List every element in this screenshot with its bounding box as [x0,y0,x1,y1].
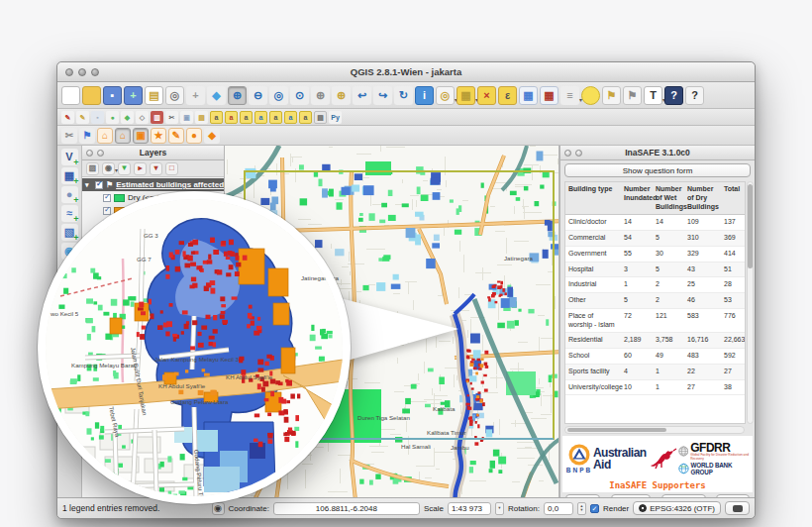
inasafe-minimum-needs-icon[interactable]: ● [186,128,202,144]
map-tips-icon[interactable] [581,86,600,105]
scissors-tool-icon[interactable]: ✂ [61,128,77,144]
bnpb-logo-icon [568,444,590,466]
scale-dropdown[interactable]: ▾ [495,502,504,515]
open-attribute-table-icon[interactable]: ▦ [519,86,538,105]
pan-map-icon[interactable]: + [186,86,205,105]
inasafe-toggle-dock-icon[interactable]: ⌂ [97,128,113,144]
paste-features-icon[interactable]: ▤ [195,111,208,124]
zoom-out-icon[interactable]: ⊖ [249,86,267,105]
messages-button[interactable] [725,501,750,515]
add-spatialite-layer-icon[interactable]: ≈+ [61,205,78,222]
window-titlebar[interactable]: QGIS 2.8.1-Wien - jakarta [57,62,755,82]
table-cell: 60 [621,349,653,364]
pin-labels-icon[interactable]: a [225,111,238,124]
scrollbar-thumb[interactable] [567,428,666,432]
layer-group-row[interactable]: ▾ ⚑ Estimated buildings affected [82,178,224,191]
table-horizontal-scrollbar[interactable] [564,426,745,434]
zoom-native-icon[interactable]: ◎ [269,86,288,105]
crs-status-button[interactable]: EPSG:4326 (OTF) [633,501,721,515]
zoom-to-selection-icon[interactable]: ⊕ [311,86,330,105]
rotation-stepper[interactable]: ▴▾ [577,502,586,515]
copy-features-glyph: ▣ [183,114,190,121]
python-console-icon[interactable]: Py [329,111,342,124]
highlight-labels-icon[interactable]: a [240,111,253,124]
pan-to-selection-icon[interactable]: ◆ [207,86,226,105]
road-graph-icon[interactable]: ⚑ [79,128,95,144]
deselect-features-icon[interactable]: × [477,86,496,105]
add-feature-icon[interactable]: ● [106,111,119,124]
text-annotation-icon[interactable]: T▾ [644,86,662,105]
add-mssql-layer-icon[interactable]: ▧+ [61,224,78,241]
inasafe-impact-function-wizard-icon[interactable]: ★ [151,128,166,144]
coordinate-input[interactable]: 106.8811,-6.2048 [273,502,420,515]
cut-features-icon[interactable]: ✂ [165,111,178,124]
add-raster-layer-icon[interactable]: ▦+ [61,167,78,184]
collapse-arrow-icon[interactable]: ▾ [85,181,92,189]
filter-legend-icon[interactable]: ▼ [118,162,131,175]
measure-icon[interactable]: ≡▾ [560,86,579,105]
render-checkbox[interactable]: ✓ [590,504,599,513]
zoom-next-icon[interactable]: ↪ [373,86,392,105]
legend-class-checkbox[interactable] [103,194,111,202]
csw-metasearch-icon[interactable]: ▤ [314,111,327,124]
delete-selected-icon[interactable]: ▥ [151,111,163,124]
toggle-editing-icon[interactable]: ✎ [76,111,89,124]
scrollbar-thumb[interactable] [748,184,753,268]
layer-group-checkbox[interactable] [95,181,103,189]
new-project-icon[interactable] [61,86,80,105]
move-label-icon[interactable]: a [254,111,267,124]
zoom-to-layer-icon[interactable]: ⊕ [332,86,351,105]
open-layer-styling-icon[interactable]: ▨ [86,162,99,175]
show-hide-labels-icon[interactable]: a [299,111,312,124]
table-row: School6049483592 [565,349,745,365]
show-bookmarks-icon[interactable]: ⚑ [623,86,642,105]
save-project-icon[interactable]: ▪ [103,86,122,105]
table-cell: 51 [721,263,745,277]
open-project-icon[interactable] [82,86,101,105]
table-cell: 38 [721,380,745,395]
inasafe-options-icon[interactable]: ✎ [168,128,184,144]
zoom-full-icon[interactable]: ⊙ [290,86,309,105]
identify-features-icon[interactable]: i [415,86,434,105]
change-label-properties-icon[interactable]: a [284,111,297,124]
show-question-form-button[interactable]: Show question form [564,163,751,177]
add-postgis-layer-icon[interactable]: ●+ [61,186,78,203]
scale-input[interactable]: 1:43 973 [448,502,491,515]
copy-features-icon[interactable]: ▣ [180,111,193,124]
map-refresh-icon[interactable]: ↻ [394,86,413,105]
layer-group-icon: ⚑ [106,180,113,189]
zoom-last-icon[interactable]: ↩ [353,86,371,105]
layer-labeling-options-icon[interactable]: a [210,111,223,124]
remove-layer-icon[interactable]: □ [165,162,178,175]
help-contents-icon[interactable]: ? [664,86,683,105]
node-tool-icon[interactable]: ◇ [136,111,149,124]
move-feature-icon[interactable]: ◆ [121,111,134,124]
field-calculator-icon[interactable]: ▦ [540,86,558,105]
manage-map-themes-icon[interactable]: ◉▾ [102,162,115,175]
whats-this-icon[interactable]: ? [685,86,704,105]
legend-class-checkbox[interactable] [103,207,111,215]
crs-label: EPSG:4326 (OTF) [650,504,715,513]
zoom-in-icon[interactable]: ⊕ [228,86,247,105]
new-print-composer-icon[interactable]: ▤ [145,86,163,105]
inasafe-shakemap-converter-icon[interactable]: ◆ [204,128,220,144]
inasafe-keywords-editor-icon[interactable]: ▣ [133,128,149,144]
current-edits-icon[interactable]: ✎ [61,111,74,124]
rotate-label-icon[interactable]: a [269,111,282,124]
save-layer-edits-icon[interactable]: ▪ [91,111,104,124]
run-feature-action-icon[interactable]: ◎▾ [436,86,455,105]
save-project-as-icon[interactable]: + [124,86,143,105]
new-bookmark-icon[interactable]: ⚑ [602,86,621,105]
select-by-expression-icon[interactable]: ε [498,86,517,105]
rotation-input[interactable]: 0,0 [544,502,573,515]
collapse-all-icon[interactable]: ▾ [150,162,162,175]
add-vector-layer-icon[interactable]: V+ [61,149,78,165]
select-features-icon[interactable]: ▦▾ [457,86,475,105]
inasafe-keywords-wizard-icon[interactable]: ⌂ [115,128,131,144]
expand-all-icon[interactable]: ▸ [134,162,147,175]
table-row: Industrial122528 [565,277,745,293]
mouse-position-icon[interactable]: ◉ [212,502,225,515]
table-vertical-scrollbar[interactable] [747,181,754,424]
composer-manager-icon[interactable]: ◎ [165,86,184,105]
pan-map-glyph: + [192,90,198,101]
